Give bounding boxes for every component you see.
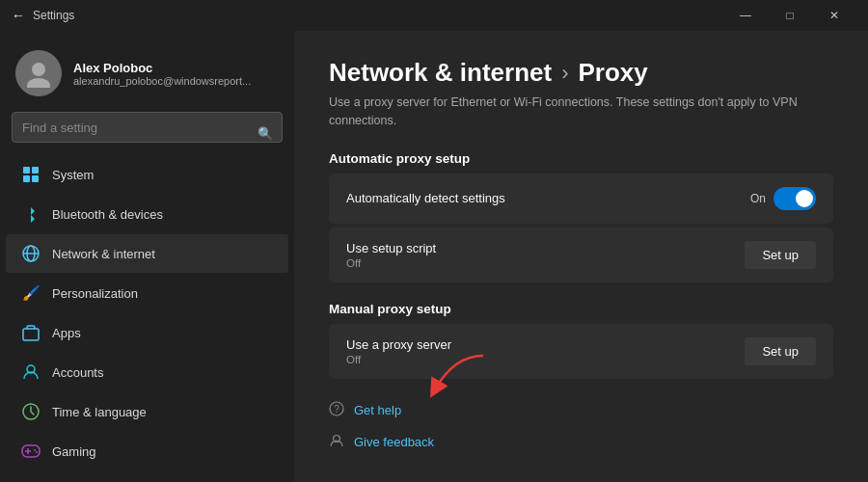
svg-rect-4 — [23, 175, 30, 182]
manual-proxy-header: Manual proxy setup — [329, 302, 833, 316]
automatic-proxy-header: Automatic proxy setup — [329, 151, 833, 166]
sidebar-item-time[interactable]: Time & language — [6, 392, 288, 431]
personalization-icon: 🖌️ — [21, 283, 41, 303]
proxy-server-card: Use a proxy server Off Set up — [329, 324, 833, 379]
title-bar-controls: — □ ✕ — [723, 0, 856, 31]
sidebar-item-bluetooth[interactable]: Bluetooth & devices — [6, 195, 288, 233]
auto-detect-label: Automatically detect settings — [346, 191, 505, 205]
sidebar-item-label: System — [52, 168, 94, 182]
setup-script-button[interactable]: Set up — [745, 241, 816, 269]
breadcrumb: Network & internet › Proxy — [329, 58, 833, 88]
sidebar-item-accounts[interactable]: Accounts — [6, 353, 288, 391]
search-icon: 🔍 — [258, 126, 273, 141]
accounts-icon — [21, 362, 41, 382]
app-body: Alex Poloboc alexandru_poloboc@windowsre… — [0, 31, 868, 482]
sidebar-item-label: Personalization — [52, 286, 138, 301]
breadcrumb-current: Proxy — [578, 58, 647, 88]
sidebar-item-label: Gaming — [52, 444, 96, 459]
avatar — [15, 50, 62, 96]
close-button[interactable]: ✕ — [812, 0, 856, 31]
user-email: alexandru_poloboc@windowsreport... — [73, 75, 251, 87]
title-bar-left: ← Settings — [12, 8, 74, 23]
sidebar-item-gaming[interactable]: Gaming — [6, 432, 288, 470]
svg-point-0 — [32, 63, 45, 76]
user-name: Alex Poloboc — [73, 61, 251, 75]
sidebar-item-label: Accounts — [52, 365, 103, 380]
auto-detect-card: Automatically detect settings On — [329, 174, 833, 224]
user-info: Alex Poloboc alexandru_poloboc@windowsre… — [73, 61, 251, 87]
time-icon — [21, 402, 41, 421]
sidebar-item-label: Bluetooth & devices — [52, 207, 163, 222]
get-help-label: Get help — [354, 403, 401, 417]
title-bar: ← Settings — □ ✕ — [0, 0, 868, 31]
proxy-server-sublabel: Off — [346, 354, 451, 365]
setup-script-sublabel: Off — [346, 257, 436, 269]
svg-point-15 — [34, 449, 36, 451]
proxy-setup-button[interactable]: Set up — [745, 337, 816, 365]
maximize-button[interactable]: □ — [768, 0, 812, 31]
svg-rect-9 — [23, 329, 39, 340]
get-help-icon: ? — [329, 401, 344, 419]
svg-rect-5 — [32, 175, 39, 182]
minimize-button[interactable]: — — [723, 0, 768, 31]
svg-rect-2 — [23, 167, 30, 174]
give-feedback-label: Give feedback — [354, 435, 434, 449]
breadcrumb-separator: › — [561, 61, 568, 86]
sidebar-item-label: Network & internet — [52, 247, 155, 261]
sidebar-item-network[interactable]: Network & internet — [6, 234, 288, 273]
svg-rect-3 — [32, 167, 39, 174]
network-icon — [21, 244, 41, 263]
sidebar-item-label: Time & language — [52, 405, 147, 419]
bluetooth-icon — [21, 204, 41, 224]
give-feedback-icon — [329, 433, 344, 451]
svg-point-16 — [36, 451, 38, 453]
sidebar-item-apps[interactable]: Apps — [6, 313, 288, 352]
system-icon — [21, 165, 41, 184]
help-links: ? Get help Give feedback — [329, 396, 833, 456]
user-profile[interactable]: Alex Poloboc alexandru_poloboc@windowsre… — [0, 31, 294, 112]
apps-icon — [21, 323, 41, 342]
proxy-server-label: Use a proxy server — [346, 337, 451, 352]
setup-script-label: Use setup script — [346, 241, 436, 255]
page-description: Use a proxy server for Ethernet or Wi-Fi… — [329, 94, 830, 130]
back-button[interactable]: ← — [12, 8, 25, 23]
gaming-icon — [21, 442, 41, 461]
toggle-on-label: On — [750, 192, 766, 205]
manual-proxy-section: Manual proxy setup Use a proxy server Of… — [329, 302, 833, 379]
sidebar-item-label: Apps — [52, 326, 81, 340]
content-area: Network & internet › Proxy Use a proxy s… — [294, 31, 868, 482]
breadcrumb-parent: Network & internet — [329, 58, 552, 88]
svg-point-1 — [27, 78, 50, 88]
auto-detect-toggle[interactable] — [773, 187, 816, 210]
get-help-link[interactable]: ? Get help — [329, 396, 833, 424]
sidebar-item-personalization[interactable]: 🖌️ Personalization — [6, 274, 288, 312]
search-container: 🔍 — [0, 112, 294, 154]
give-feedback-link[interactable]: Give feedback — [329, 428, 833, 456]
title-bar-title: Settings — [33, 9, 74, 22]
setup-script-card: Use setup script Off Set up — [329, 228, 833, 282]
sidebar-item-system[interactable]: System — [6, 155, 288, 194]
sidebar-item-accessibility[interactable]: Accessibility — [6, 471, 288, 482]
sidebar: Alex Poloboc alexandru_poloboc@windowsre… — [0, 31, 294, 482]
svg-text:?: ? — [334, 404, 339, 415]
search-input[interactable] — [12, 112, 283, 143]
sidebar-nav: System Bluetooth & devices — [0, 154, 294, 482]
